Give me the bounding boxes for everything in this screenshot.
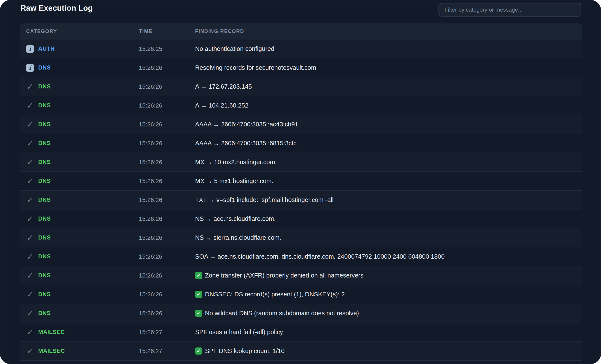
- info-icon: i: [26, 45, 34, 53]
- check-icon: ✓: [26, 177, 34, 185]
- category-label: DNS: [38, 140, 51, 147]
- check-icon: ✓: [26, 272, 34, 279]
- check-icon: ✓: [26, 347, 34, 355]
- table-row: ✓ DNS 15:26:26 MX → 10 mx2.hostinger.com…: [20, 153, 582, 172]
- table-row: ✓ DNS 15:26:26 ✓DNSSEC: DS record(s) pre…: [20, 285, 582, 304]
- table-row: ✓ DNS 15:26:26 SOA → ace.ns.cloudflare.c…: [20, 247, 582, 266]
- check-icon: ✓: [26, 328, 34, 336]
- category-cell: ✓ DNS: [26, 253, 139, 261]
- green-check-icon: ✓: [195, 272, 202, 279]
- finding-record-cell: SOA → ace.ns.cloudflare.com. dns.cloudfl…: [195, 253, 582, 260]
- category-label: DNS: [38, 253, 51, 260]
- finding-record-cell: A → 104.21.60.252: [195, 102, 582, 109]
- time-cell: 15:26:26: [139, 83, 195, 90]
- filter-input[interactable]: [439, 3, 581, 17]
- category-cell: ✓ DNS: [26, 121, 139, 128]
- time-cell: 15:26:26: [139, 272, 195, 279]
- category-cell: ✓ DNS: [26, 215, 139, 223]
- category-label: DNS: [38, 272, 51, 279]
- category-cell: ✓ DNS: [26, 272, 139, 279]
- table-row: i DNS 15:26:26 Resolving records for sec…: [20, 58, 582, 77]
- table-row: ✓ MAILSEC 15:26:27 SPF uses a hard fail …: [20, 323, 582, 342]
- time-cell: 15:26:26: [139, 102, 195, 109]
- category-label: DNS: [38, 234, 51, 241]
- finding-record-cell: No authentication configured: [195, 45, 582, 52]
- check-icon: ✓: [26, 196, 34, 204]
- category-label: DNS: [38, 291, 51, 298]
- category-cell: i DNS: [26, 64, 139, 72]
- table-row: ✓ DNS 15:26:26 TXT → v=spf1 include:_spf…: [20, 191, 582, 210]
- table-row: ✓ DNS 15:26:26 AAAA → 2606:4700:3035::68…: [20, 134, 582, 153]
- green-check-icon: ✓: [195, 310, 202, 317]
- category-label: DNS: [38, 64, 51, 71]
- finding-record-cell: MX → 5 mx1.hostinger.com.: [195, 178, 582, 185]
- time-cell: 15:26:26: [139, 178, 195, 185]
- category-label: MAILSEC: [38, 329, 65, 335]
- time-cell: 15:26:26: [139, 140, 195, 147]
- category-cell: ✓ DNS: [26, 102, 139, 110]
- finding-record-cell: ✓Zone transfer (AXFR) properly denied on…: [195, 272, 582, 279]
- table-row: ✓ DNS 15:26:26 NS → ace.ns.cloudflare.co…: [20, 210, 582, 228]
- time-cell: 15:26:26: [139, 310, 195, 317]
- finding-record-cell: NS → ace.ns.cloudflare.com.: [195, 215, 582, 222]
- category-label: AUTH: [38, 45, 55, 52]
- time-cell: 15:26:26: [139, 64, 195, 71]
- green-check-icon: ✓: [195, 347, 202, 354]
- table-body: i AUTH 15:26:25 No authentication config…: [20, 40, 582, 361]
- column-header-finding-record: FINDING RECORD: [195, 29, 582, 34]
- check-icon: ✓: [26, 291, 34, 298]
- table-row: ✓ DNS 15:26:26 NS → sierra.ns.cloudflare…: [20, 228, 582, 247]
- time-cell: 15:26:27: [139, 329, 195, 336]
- check-icon: ✓: [26, 83, 34, 91]
- category-label: MAILSEC: [38, 348, 65, 354]
- category-label: DNS: [38, 102, 51, 109]
- log-table: CATEGORY TIME FINDING RECORD i AUTH 15:2…: [20, 23, 582, 361]
- page-title: Raw Execution Log: [20, 3, 93, 13]
- time-cell: 15:26:26: [139, 215, 195, 222]
- finding-record-cell: ✓SPF DNS lookup count: 1/10: [195, 347, 582, 354]
- panel-header: Raw Execution Log: [0, 0, 601, 21]
- category-label: DNS: [38, 159, 51, 165]
- check-icon: ✓: [26, 310, 34, 317]
- check-icon: ✓: [26, 253, 34, 261]
- table-header-row: CATEGORY TIME FINDING RECORD: [20, 23, 582, 40]
- check-icon: ✓: [26, 215, 34, 223]
- time-cell: 15:26:27: [139, 348, 195, 354]
- table-row: ✓ MAILSEC 15:26:27 ✓SPF DNS lookup count…: [20, 342, 582, 361]
- table-row: ✓ DNS 15:26:26 AAAA → 2606:4700:3035::ac…: [20, 115, 582, 134]
- category-label: DNS: [38, 215, 51, 222]
- finding-record-cell: Resolving records for securenotesvault.c…: [195, 64, 582, 71]
- finding-record-cell: MX → 10 mx2.hostinger.com.: [195, 159, 582, 166]
- check-icon: ✓: [26, 140, 34, 147]
- category-cell: ✓ DNS: [26, 234, 139, 242]
- category-cell: ✓ DNS: [26, 291, 139, 298]
- raw-execution-log-panel: Raw Execution Log CATEGORY TIME FINDING …: [0, 0, 601, 364]
- category-cell: ✓ DNS: [26, 177, 139, 185]
- table-row: ✓ DNS 15:26:26 A → 104.21.60.252: [20, 96, 582, 115]
- category-cell: ✓ MAILSEC: [26, 347, 139, 355]
- finding-record-cell: AAAA → 2606:4700:3035::ac43:cb91: [195, 121, 582, 128]
- finding-record-cell: NS → sierra.ns.cloudflare.com.: [195, 234, 582, 241]
- category-cell: ✓ DNS: [26, 196, 139, 204]
- category-cell: ✓ DNS: [26, 158, 139, 166]
- finding-record-cell: ✓No wildcard DNS (random subdomain does …: [195, 310, 582, 317]
- table-row: ✓ DNS 15:26:26 MX → 5 mx1.hostinger.com.: [20, 172, 582, 191]
- info-icon: i: [26, 64, 34, 72]
- check-icon: ✓: [26, 102, 34, 110]
- finding-record-cell: TXT → v=spf1 include:_spf.mail.hostinger…: [195, 196, 582, 203]
- category-label: DNS: [38, 178, 51, 184]
- category-cell: ✓ DNS: [26, 310, 139, 317]
- category-label: DNS: [38, 310, 51, 317]
- time-cell: 15:26:26: [139, 159, 195, 166]
- check-icon: ✓: [26, 158, 34, 166]
- time-cell: 15:26:26: [139, 197, 195, 203]
- column-header-time: TIME: [139, 29, 195, 34]
- category-label: DNS: [38, 83, 51, 90]
- time-cell: 15:26:25: [139, 45, 195, 52]
- check-icon: ✓: [26, 121, 34, 128]
- column-header-category: CATEGORY: [26, 29, 139, 34]
- category-cell: i AUTH: [26, 45, 139, 53]
- category-label: DNS: [38, 197, 51, 203]
- time-cell: 15:26:26: [139, 253, 195, 260]
- category-label: DNS: [38, 121, 51, 128]
